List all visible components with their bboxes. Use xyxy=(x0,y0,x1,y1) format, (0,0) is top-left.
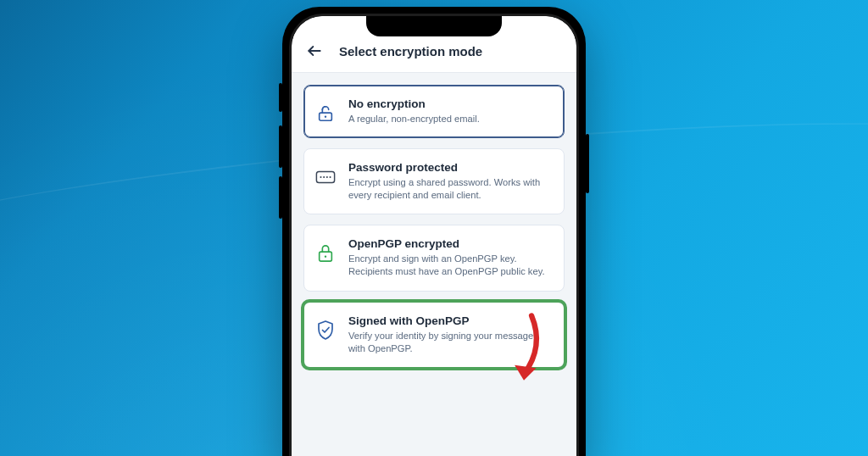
svg-point-6 xyxy=(326,176,328,178)
option-title: No encryption xyxy=(348,97,552,110)
option-description: Encrypt and sign with an OpenPGP key. Re… xyxy=(348,253,552,278)
password-icon xyxy=(314,166,337,188)
lock-icon xyxy=(314,242,337,264)
background: Select encryption mode No encryption A r… xyxy=(0,0,868,456)
option-text: Password protected Encrypt using a share… xyxy=(348,161,552,202)
option-text: No encryption A regular, non-encrypted e… xyxy=(348,97,552,125)
phone-side-button xyxy=(279,125,282,168)
option-title: OpenPGP encrypted xyxy=(348,237,552,250)
svg-point-5 xyxy=(323,176,325,178)
option-description: Encrypt using a shared password. Works w… xyxy=(348,176,552,202)
page-title: Select encryption mode xyxy=(339,44,482,58)
option-title: Signed with OpenPGP xyxy=(348,314,552,327)
shield-check-icon xyxy=(314,320,337,342)
unlock-icon xyxy=(314,103,337,125)
option-text: Signed with OpenPGP Verify your identity… xyxy=(348,314,552,355)
arrow-left-icon xyxy=(306,42,323,59)
svg-point-2 xyxy=(325,115,326,117)
phone-side-button xyxy=(586,134,589,193)
option-password-protected[interactable]: Password protected Encrypt using a share… xyxy=(303,148,565,214)
option-no-encryption[interactable]: No encryption A regular, non-encrypted e… xyxy=(303,85,565,138)
phone-frame: Select encryption mode No encryption A r… xyxy=(282,7,586,456)
svg-rect-3 xyxy=(316,172,334,183)
svg-point-9 xyxy=(325,256,326,258)
svg-point-4 xyxy=(320,176,321,178)
phone-side-button xyxy=(279,176,282,219)
option-openpgp-encrypted[interactable]: OpenPGP encrypted Encrypt and sign with … xyxy=(303,225,565,291)
option-text: OpenPGP encrypted Encrypt and sign with … xyxy=(348,237,552,278)
back-button[interactable] xyxy=(305,42,324,60)
option-signed-openpgp[interactable]: Signed with OpenPGP Verify your identity… xyxy=(303,302,565,368)
option-description: Verify your identity by signing your mes… xyxy=(348,330,552,355)
svg-point-7 xyxy=(330,176,331,178)
phone-notch xyxy=(366,16,502,36)
phone-side-button xyxy=(279,83,282,112)
phone-bezel: Select encryption mode No encryption A r… xyxy=(289,14,579,456)
app-screen: Select encryption mode No encryption A r… xyxy=(292,16,576,456)
option-title: Password protected xyxy=(348,161,552,174)
encryption-options-list: No encryption A regular, non-encrypted e… xyxy=(292,73,576,368)
option-description: A regular, non-encrypted email. xyxy=(348,113,552,125)
